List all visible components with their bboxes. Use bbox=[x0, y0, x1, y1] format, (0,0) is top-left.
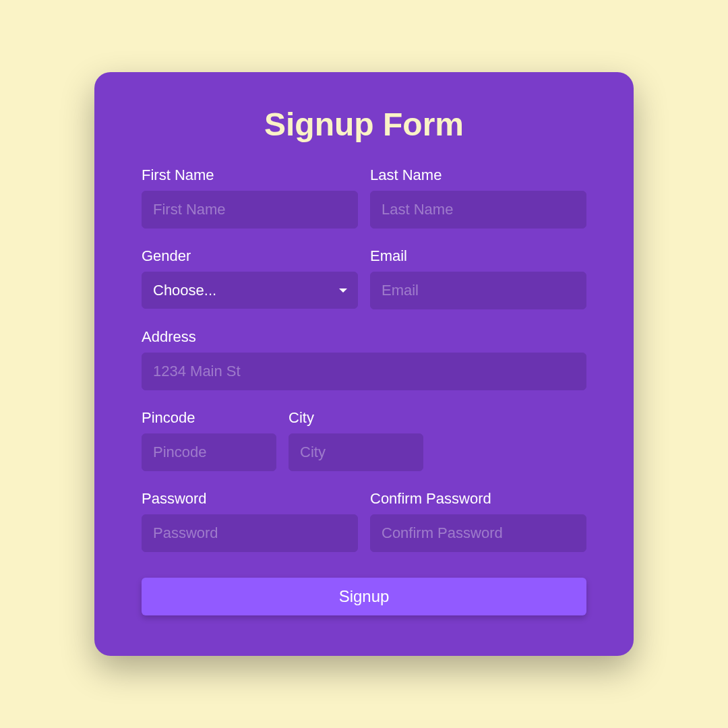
signup-button[interactable]: Signup bbox=[142, 578, 586, 615]
password-input[interactable] bbox=[142, 514, 358, 552]
field-address: Address bbox=[142, 328, 586, 390]
gender-select[interactable]: Choose... bbox=[142, 272, 358, 309]
row-name: First Name Last Name bbox=[142, 166, 586, 229]
row-pincode-city: Pincode City bbox=[142, 409, 586, 471]
email-input[interactable] bbox=[370, 272, 586, 309]
gender-select-wrapper: Choose... bbox=[142, 272, 358, 309]
pincode-label: Pincode bbox=[142, 409, 276, 427]
field-password: Password bbox=[142, 490, 358, 552]
row-address: Address bbox=[142, 328, 586, 390]
address-input[interactable] bbox=[142, 353, 586, 390]
gender-label: Gender bbox=[142, 247, 358, 265]
field-first-name: First Name bbox=[142, 166, 358, 229]
field-pincode: Pincode bbox=[142, 409, 276, 471]
first-name-input[interactable] bbox=[142, 191, 358, 229]
city-input[interactable] bbox=[289, 433, 423, 471]
field-gender: Gender Choose... bbox=[142, 247, 358, 309]
pincode-input[interactable] bbox=[142, 433, 276, 471]
confirm-password-label: Confirm Password bbox=[370, 490, 586, 508]
last-name-label: Last Name bbox=[370, 166, 586, 184]
first-name-label: First Name bbox=[142, 166, 358, 184]
signup-form-card: Signup Form First Name Last Name Gender … bbox=[94, 72, 634, 656]
row-gender-email: Gender Choose... Email bbox=[142, 247, 586, 309]
address-label: Address bbox=[142, 328, 586, 346]
last-name-input[interactable] bbox=[370, 191, 586, 229]
email-label: Email bbox=[370, 247, 586, 265]
row-passwords: Password Confirm Password bbox=[142, 490, 586, 552]
city-label: City bbox=[289, 409, 423, 427]
field-email: Email bbox=[370, 247, 586, 309]
field-city: City bbox=[289, 409, 423, 471]
confirm-password-input[interactable] bbox=[370, 514, 586, 552]
field-last-name: Last Name bbox=[370, 166, 586, 229]
password-label: Password bbox=[142, 490, 358, 508]
field-confirm-password: Confirm Password bbox=[370, 490, 586, 552]
form-title: Signup Form bbox=[142, 106, 586, 143]
